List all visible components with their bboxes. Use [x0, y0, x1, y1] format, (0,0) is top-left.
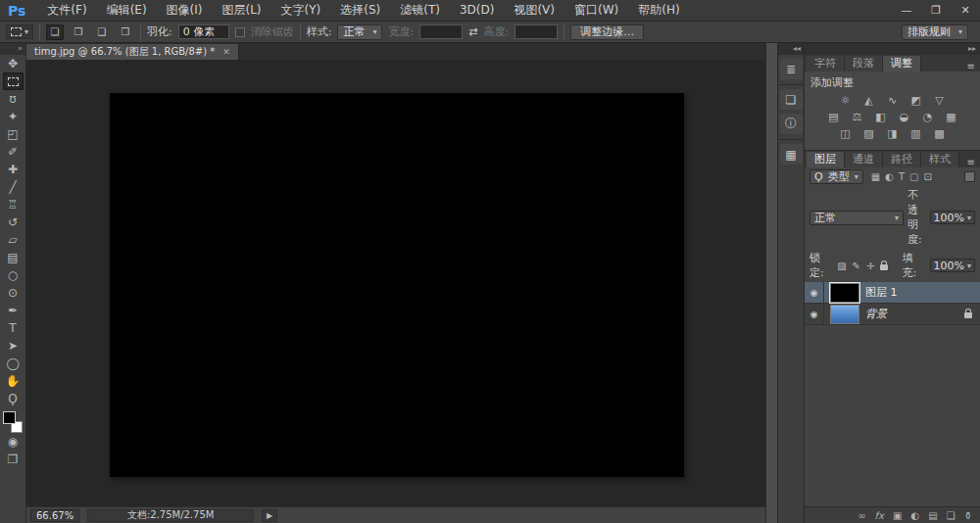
- move-tool[interactable]: ✥: [3, 55, 24, 72]
- shape-tool[interactable]: ◯: [3, 355, 24, 372]
- link-layers-icon[interactable]: ∞: [858, 510, 865, 521]
- panel-menu-icon[interactable]: ≡: [967, 61, 980, 71]
- eraser-tool[interactable]: ▱: [3, 231, 24, 249]
- add-to-selection-button[interactable]: ❐: [70, 24, 87, 40]
- layer-name[interactable]: 背景: [865, 307, 887, 321]
- visibility-toggle[interactable]: ◉: [805, 304, 824, 324]
- photo-filter-icon[interactable]: ◒: [896, 111, 912, 123]
- eyedropper-tool[interactable]: ✐: [3, 143, 24, 161]
- brush-tool[interactable]: ╱: [3, 178, 24, 196]
- filter-toggle-switch[interactable]: [964, 171, 975, 182]
- layer-name[interactable]: 图层 1: [865, 285, 898, 300]
- new-group-icon[interactable]: ▤: [928, 510, 937, 521]
- exposure-icon[interactable]: ◩: [907, 94, 924, 107]
- panel-collapse-button[interactable]: ▸▸: [805, 43, 980, 55]
- tab-paragraph[interactable]: 段落: [845, 56, 883, 71]
- levels-icon[interactable]: ◭: [860, 94, 877, 107]
- quick-selection-tool[interactable]: ✦: [3, 108, 24, 125]
- menu-edit[interactable]: 编辑(E): [97, 0, 157, 21]
- tab-styles[interactable]: 样式: [921, 152, 959, 167]
- lock-pixels-icon[interactable]: ✎: [853, 261, 860, 271]
- tab-paths[interactable]: 路径: [883, 152, 921, 167]
- brightness-contrast-icon[interactable]: ☼: [837, 94, 854, 107]
- path-selection-tool[interactable]: ➤: [3, 337, 24, 355]
- minimize-button[interactable]: —: [892, 0, 921, 21]
- zoom-tool[interactable]: Ϙ: [3, 390, 24, 407]
- tools-collapse-button[interactable]: »: [0, 43, 25, 55]
- image-layer-black[interactable]: [110, 93, 684, 477]
- document-tab[interactable]: timg.jpg @ 66.7% (图层 1, RGB/8#) * ✕: [26, 44, 239, 60]
- tool-preset-picker[interactable]: ▾: [6, 24, 33, 39]
- new-adjustment-layer-icon[interactable]: ◐: [910, 510, 919, 521]
- selective-color-icon[interactable]: ▩: [931, 127, 948, 140]
- filter-shape-icon[interactable]: ▢: [909, 171, 918, 182]
- lock-position-icon[interactable]: ✛: [866, 261, 874, 271]
- layer-thumbnail[interactable]: [830, 283, 859, 303]
- opacity-field[interactable]: 100% ▾: [930, 211, 975, 224]
- lasso-tool[interactable]: ʊ: [3, 90, 24, 108]
- gradient-map-icon[interactable]: ▥: [907, 127, 924, 140]
- threshold-icon[interactable]: ◨: [884, 127, 901, 140]
- anti-alias-checkbox[interactable]: [235, 27, 245, 37]
- swatches-panel-button[interactable]: ▦: [780, 144, 803, 165]
- filter-adjustment-icon[interactable]: ◐: [885, 171, 894, 182]
- layer-style-icon[interactable]: fx: [875, 510, 884, 521]
- pen-tool[interactable]: ✒: [3, 302, 24, 319]
- menu-view[interactable]: 视图(V): [504, 0, 564, 21]
- tab-close-icon[interactable]: ✕: [222, 47, 230, 57]
- swap-dimensions-icon[interactable]: ⇄: [468, 25, 477, 38]
- new-layer-icon[interactable]: ❏: [947, 510, 956, 521]
- foreground-color-swatch[interactable]: [3, 411, 16, 424]
- dodge-tool[interactable]: ⊙: [3, 284, 24, 302]
- hand-tool[interactable]: ✋: [3, 372, 24, 390]
- vibrance-icon[interactable]: ▽: [931, 94, 948, 107]
- panel-splitter[interactable]: [765, 43, 778, 523]
- filter-smart-object-icon[interactable]: ⊡: [923, 171, 931, 182]
- menu-image[interactable]: 图像(I): [157, 0, 213, 21]
- curves-icon[interactable]: ∿: [884, 94, 901, 107]
- tab-layers[interactable]: 图层: [807, 152, 845, 167]
- tab-character[interactable]: 字符: [807, 56, 845, 71]
- layers-empty-area[interactable]: [805, 325, 980, 506]
- rectangular-marquee-tool[interactable]: [3, 72, 24, 90]
- menu-select[interactable]: 选择(S): [330, 0, 390, 21]
- posterize-icon[interactable]: ▨: [860, 127, 877, 140]
- dock-collapse-button[interactable]: ◂◂: [778, 43, 804, 55]
- black-white-icon[interactable]: ◧: [872, 111, 889, 123]
- gradient-tool[interactable]: ▤: [3, 249, 24, 266]
- workspace-select[interactable]: 排版规则 ▾: [902, 24, 968, 40]
- history-brush-tool[interactable]: ↺: [3, 214, 24, 231]
- canvas[interactable]: [26, 60, 765, 506]
- menu-help[interactable]: 帮助(H): [628, 0, 689, 21]
- hue-saturation-icon[interactable]: ▤: [825, 111, 842, 123]
- screen-mode-button[interactable]: ❐: [3, 451, 24, 468]
- color-balance-icon[interactable]: ⚖: [849, 111, 865, 123]
- tab-channels[interactable]: 通道: [845, 152, 883, 167]
- feather-input[interactable]: 0 像素: [178, 24, 229, 39]
- clone-stamp-tool[interactable]: ♖: [3, 196, 24, 214]
- tab-adjustments[interactable]: 调整: [883, 56, 921, 71]
- menu-layer[interactable]: 图层(L): [212, 0, 270, 21]
- type-tool[interactable]: T: [3, 319, 24, 337]
- invert-icon[interactable]: ◫: [837, 127, 854, 140]
- menu-type[interactable]: 文字(Y): [271, 0, 331, 21]
- intersect-selection-button[interactable]: ❒: [117, 24, 134, 40]
- menu-3d[interactable]: 3D(D): [450, 0, 504, 21]
- color-swatches[interactable]: [3, 411, 23, 433]
- visibility-toggle[interactable]: ◉: [805, 282, 824, 303]
- height-input[interactable]: [514, 24, 558, 39]
- history-panel-button[interactable]: ≣: [780, 59, 803, 79]
- new-selection-button[interactable]: ❏: [46, 24, 64, 40]
- layer-row-background[interactable]: ◉ 背景: [805, 304, 980, 325]
- status-options-button[interactable]: ▶: [262, 509, 277, 522]
- spot-healing-brush-tool[interactable]: ✚: [3, 161, 24, 178]
- add-layer-mask-icon[interactable]: ▣: [893, 510, 902, 521]
- restore-button[interactable]: ❐: [921, 0, 951, 21]
- menu-file[interactable]: 文件(F): [37, 0, 96, 21]
- clone-source-panel-button[interactable]: ❏: [780, 89, 803, 110]
- channel-mixer-icon[interactable]: ◔: [919, 111, 936, 123]
- panel-menu-icon[interactable]: ≡: [967, 157, 980, 167]
- color-lookup-icon[interactable]: ▦: [943, 111, 959, 123]
- lock-all-icon[interactable]: [880, 264, 888, 270]
- background-thumbnail[interactable]: [830, 305, 859, 324]
